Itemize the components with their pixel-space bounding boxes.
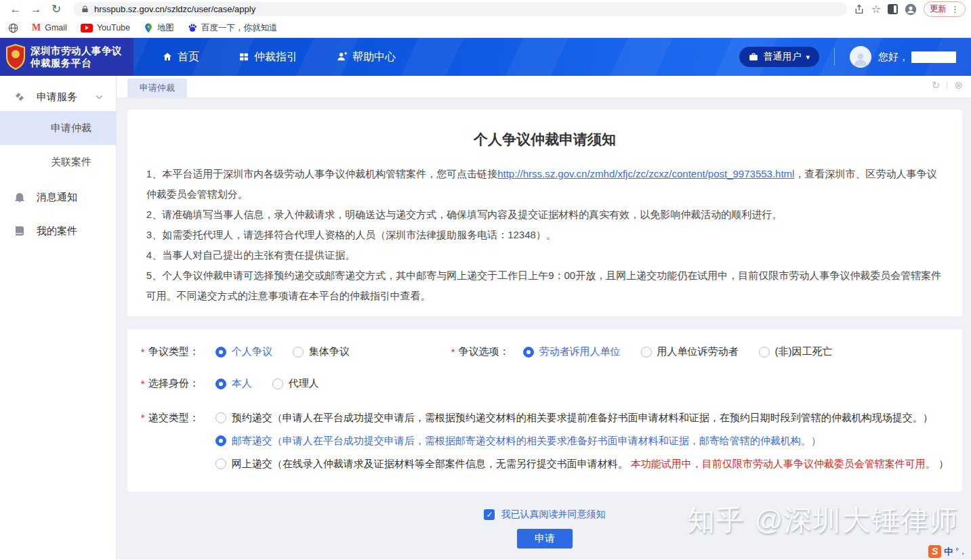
gmail-icon: M: [32, 22, 41, 33]
radio-dot: [215, 458, 226, 469]
notice-body: 1、本平台适用于深圳市内各级劳动人事争议仲裁机构管辖案件，您可点击链接http:…: [127, 149, 962, 316]
sogou-icon[interactable]: S: [928, 545, 941, 558]
radio-dot: [759, 347, 770, 358]
nav-guide[interactable]: 仲裁指引: [239, 50, 297, 64]
baidu-paw-icon: [188, 23, 197, 33]
reload-icon[interactable]: ↻: [46, 2, 66, 17]
sidebar-group-apply-services[interactable]: 申请服务: [0, 83, 116, 111]
greeting-text: 您好，: [878, 51, 909, 64]
home-icon: [162, 51, 173, 62]
more-menu-icon[interactable]: ⋮: [951, 4, 959, 14]
apply-form-panel: * 争议类型： 个人争议 集体争议 * 争议选项： 劳动者诉用人单位 用人单位诉…: [127, 329, 962, 492]
user-avatar[interactable]: [850, 46, 871, 68]
main-area: 个人争议仲裁申请须知 1、本平台适用于深圳市内各级劳动人事争议仲裁机构管辖案件，…: [117, 98, 971, 559]
forward-icon[interactable]: →: [26, 2, 46, 17]
briefcase-icon: [749, 52, 758, 62]
nav-help-center[interactable]: 帮助中心: [337, 50, 396, 64]
agreement-label: 我已认真阅读并同意须知: [501, 509, 605, 521]
online-submit-warning: 本功能试用中，目前仅限市劳动人事争议仲裁委员会管辖案件可用。: [631, 458, 936, 469]
url-text: hrsspub.sz.gov.cn/szldzc/user/case/apply: [94, 4, 255, 14]
youtube-icon: [81, 24, 93, 33]
required-asterisk: *: [141, 346, 145, 358]
address-bar[interactable]: hrsspub.sz.gov.cn/szldzc/user/case/apply: [73, 2, 847, 16]
notice-item-2: 2、请准确填写当事人信息，录入仲裁请求，明确送达与递交方式，确保填写内容及提交证…: [146, 204, 943, 225]
jurisdiction-link[interactable]: http://hrss.sz.gov.cn/zmhd/xfjc/zc/zcxz/…: [497, 168, 794, 179]
required-asterisk: *: [451, 346, 455, 358]
radio-dot: [272, 379, 283, 389]
bookmark-youtube[interactable]: YouTube: [81, 23, 130, 33]
notice-item-4: 4、当事人对自己提出的主张有责任提供证据。: [146, 245, 943, 265]
bookmark-baidu[interactable]: 百度一下，你就知道: [188, 22, 278, 34]
radio-dot: [523, 347, 534, 358]
header-divider: [834, 48, 835, 66]
share-icon[interactable]: [854, 4, 865, 15]
maps-pin-icon: [144, 23, 153, 33]
sidebar-item-my-cases[interactable]: 我的案件: [0, 215, 116, 246]
site-logo-emblem: [5, 44, 26, 70]
apply-button[interactable]: 申请: [517, 529, 573, 548]
dispute-type-label: 争议类型：: [148, 345, 199, 358]
bookmark-gmail[interactable]: M Gmail: [32, 22, 67, 33]
update-label: 更新: [930, 3, 947, 15]
sidebar: 申请服务 申请仲裁 关联案件 消息通知 我的案件: [0, 76, 117, 559]
guide-icon: [239, 51, 249, 62]
side-panel-icon[interactable]: [888, 4, 898, 14]
radio-dot: [215, 347, 226, 358]
notice-title: 个人争议仲裁申请须知: [127, 110, 962, 149]
browser-toolbar: ← → ↻ hrsspub.sz.gov.cn/szldzc/user/case…: [0, 0, 971, 18]
bookmarks-bar: M Gmail YouTube 地图 百度一下，你就知道: [0, 18, 971, 38]
sidebar-item-linked-cases[interactable]: 关联案件: [0, 145, 116, 179]
lock-icon: [81, 5, 89, 14]
radio-worker-vs-employer[interactable]: 劳动者诉用人单位: [523, 345, 621, 358]
case-book-icon: [14, 225, 26, 237]
radio-dot: [641, 347, 652, 358]
dispute-option-label: 争议选项：: [459, 345, 510, 358]
tab-close-icon[interactable]: ⊗: [954, 79, 963, 91]
radio-dot: [215, 435, 226, 446]
radio-agent[interactable]: 代理人: [272, 377, 319, 390]
radio-collective-dispute[interactable]: 集体争议: [293, 345, 350, 358]
chrome-update-button[interactable]: 更新 ⋮: [924, 1, 966, 17]
sidebar-item-notifications[interactable]: 消息通知: [0, 181, 116, 213]
service-icon: [14, 91, 26, 103]
submit-type-label: 递交类型：: [148, 412, 199, 425]
radio-personal-dispute[interactable]: 个人争议: [215, 345, 272, 358]
radio-online-submit[interactable]: 网上递交（在线录入仲裁请求及证据材料等全部案件信息，无需另行提交书面申请材料。 …: [215, 452, 949, 475]
radio-appointment-submit[interactable]: 预约递交（申请人在平台成功提交申请后，需根据预约递交材料的相关要求提前准备好书面…: [215, 406, 949, 429]
radio-work-death[interactable]: (非)因工死亡: [759, 345, 833, 358]
main-nav: 首页 仲裁指引 帮助中心: [162, 38, 396, 76]
nav-home[interactable]: 首页: [162, 50, 199, 64]
ime-indicator: S 中 °，: [928, 545, 967, 558]
radio-dot: [293, 347, 304, 358]
avatar-person-icon: [852, 50, 869, 68]
caret-down-icon: ▾: [806, 53, 810, 62]
notice-item-1: 1、本平台适用于深圳市内各级劳动人事争议仲裁机构管辖案件，您可点击链接http:…: [146, 164, 943, 204]
globe-icon[interactable]: [8, 23, 18, 33]
bookmark-maps[interactable]: 地图: [144, 22, 174, 34]
user-type-dropdown[interactable]: 普通用户 ▾: [739, 47, 819, 67]
chevron-down-icon: [95, 93, 104, 102]
bookmark-star-icon[interactable]: ☆: [871, 3, 881, 16]
redacted-username: [911, 51, 956, 63]
site-brand[interactable]: 深圳市劳动人事争议 仲裁服务平台: [0, 38, 133, 76]
notice-item-3: 3、如需委托代理人，请选择符合代理人资格的人员（深圳市法律援助服务电话：1234…: [146, 225, 943, 245]
bell-icon: [14, 191, 26, 203]
radio-employer-vs-worker[interactable]: 用人单位诉劳动者: [641, 345, 739, 358]
notice-item-5: 5、个人争议仲裁申请可选择预约递交或邮寄递交方式，其中邮寄与网上递交于工作日上午…: [146, 265, 943, 306]
brand-line1: 深圳市劳动人事争议: [30, 45, 122, 57]
required-asterisk: *: [141, 378, 145, 389]
identity-label: 选择身份：: [148, 377, 199, 390]
radio-mail-submit[interactable]: 邮寄递交（申请人在平台成功提交申请后，需根据邮寄递交材料的相关要求准备好书面申请…: [215, 429, 949, 452]
ime-punct-label[interactable]: °，: [955, 546, 967, 557]
agreement-row[interactable]: ✓ 我已认真阅读并同意须知: [484, 509, 605, 521]
tab-refresh-icon[interactable]: ↻: [932, 79, 941, 91]
tab-apply-arbitration[interactable]: 申请仲裁: [127, 79, 187, 98]
user-type-label: 普通用户: [763, 51, 801, 63]
radio-self[interactable]: 本人: [215, 377, 252, 390]
back-icon[interactable]: ←: [5, 2, 26, 17]
profile-icon[interactable]: [905, 3, 917, 16]
ime-cn-label[interactable]: 中: [944, 546, 953, 558]
site-header: 深圳市劳动人事争议 仲裁服务平台 首页 仲裁指引 帮助中心 普通用户 ▾ 您好，: [0, 38, 971, 76]
sidebar-item-apply-arbitration[interactable]: 申请仲裁: [0, 111, 116, 145]
agreement-checkbox[interactable]: ✓: [484, 509, 495, 520]
